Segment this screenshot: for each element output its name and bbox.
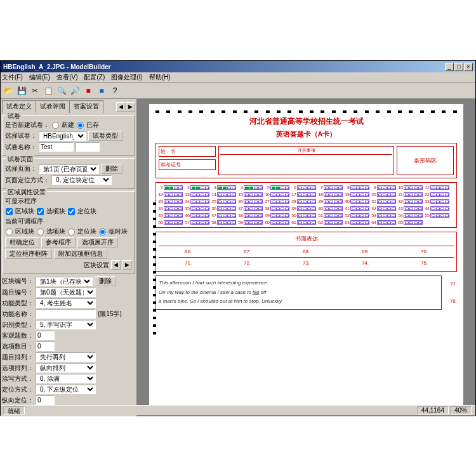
- menu-view[interactable]: 查看(V): [56, 73, 77, 82]
- window-buttons: _ □ ×: [445, 63, 473, 71]
- prop-select-4[interactable]: 5, 手写识字: [36, 320, 96, 329]
- essay-text-box: This afternoon I had such interesting ex…: [155, 275, 442, 309]
- prop-label-6: 选项数目：: [2, 342, 34, 351]
- nav-left-icon[interactable]: ◀: [116, 102, 126, 112]
- tab-review[interactable]: 试卷评阅: [36, 100, 70, 113]
- tab-answer[interactable]: 答案设置: [69, 100, 103, 113]
- info-area: 姓 名 准考证号 注意事项 条形码区: [155, 143, 457, 178]
- group-zone-legend: 区域属性设置: [6, 188, 47, 197]
- prop-label-10: 定位方式：: [2, 385, 34, 394]
- group-zone: 区域属性设置 可显示框序 区域块 选项块 定位块 当前可调框序 区域块 选项块 …: [2, 191, 135, 274]
- expand-button[interactable]: 选项展开序: [77, 237, 118, 248]
- prop-label-4: 识别类型：: [2, 321, 34, 329]
- window-title: HBEnglish_A_2.JPG - ModelBuilder: [3, 63, 110, 70]
- prop-label-0: 区块编号：: [2, 277, 34, 286]
- check-locate[interactable]: [68, 208, 75, 215]
- block-right-icon[interactable]: ▶: [122, 260, 132, 270]
- status-ready: 就绪: [3, 406, 25, 414]
- prop-select-1[interactable]: 第0题（无效题）: [36, 288, 96, 297]
- color-icon[interactable]: ■: [82, 84, 95, 97]
- tab-define[interactable]: 试卷定义: [2, 100, 36, 113]
- radio-option[interactable]: [37, 228, 44, 235]
- answer-sheet: 河北省普通高等学校招生统一考试 英语答题卡（A卡） 姓 名 准考证号 注意事项 …: [149, 104, 463, 409]
- prop-select-0[interactable]: 第1块（已存块）: [36, 277, 93, 286]
- prop-select-7[interactable]: 先行再列: [36, 352, 96, 362]
- help-icon[interactable]: ?: [109, 84, 121, 97]
- adj-frame-label: 当前可调框序: [5, 217, 43, 226]
- menu-edit[interactable]: 编辑(E): [29, 73, 50, 82]
- title-bar: HBEnglish_A_2.JPG - ModelBuilder _ □ ×: [1, 61, 475, 72]
- exam-name-input2[interactable]: [76, 142, 100, 152]
- status-coord: 44,1164: [417, 406, 449, 414]
- preview-pane[interactable]: 河北省普通高等学校招生统一考试 英语答题卡（A卡） 姓 名 准考证号 注意事项 …: [137, 99, 475, 416]
- cut-icon[interactable]: ✂: [29, 84, 41, 97]
- menu-file[interactable]: 文件(F): [2, 73, 23, 82]
- group-exam-legend: 试卷: [6, 112, 22, 121]
- tool-icon[interactable]: ■: [95, 84, 108, 97]
- menu-image[interactable]: 图像处理(I): [111, 73, 142, 82]
- radio-zone[interactable]: [6, 228, 13, 235]
- select-page-loc[interactable]: 0, 定位块定位: [51, 175, 112, 185]
- menu-bar: 文件(F) 编辑(E) 查看(V) 配置(Z) 图像处理(I) 帮助(H): [1, 72, 475, 83]
- notice-box: 注意事项: [218, 146, 394, 175]
- prop-label-5: 客观题数：: [2, 331, 34, 340]
- radio-temp[interactable]: [99, 228, 106, 235]
- select-page-label: 选择页面：: [5, 164, 37, 173]
- essay-section: 书面表达 66.67.68.69.70. 71.72.73.74.75.: [155, 232, 457, 272]
- exam-name-label: 试卷名称：: [5, 143, 37, 152]
- menu-config[interactable]: 配置(Z): [84, 73, 105, 82]
- zoom-in-icon[interactable]: 🔍: [55, 84, 68, 97]
- status-bar: 就绪 44,1164 40%: [1, 405, 475, 415]
- id-field: 准考证号: [159, 159, 216, 170]
- sheet-title: 河北省普通高等学校招生统一考试: [155, 116, 457, 127]
- prop-select-9[interactable]: 0, 涂满: [36, 374, 96, 383]
- exam-type-button[interactable]: 试卷类型: [88, 131, 122, 141]
- radio-exist[interactable]: [77, 122, 84, 129]
- precise-button[interactable]: 精确定位: [5, 237, 39, 248]
- prop-btn-0[interactable]: 删除: [95, 276, 116, 286]
- copy-icon[interactable]: 📋: [42, 84, 55, 97]
- close-button[interactable]: ×: [464, 63, 473, 71]
- prop-input-11[interactable]: [36, 395, 55, 405]
- extra-option-button[interactable]: 附加选项框信息: [54, 249, 107, 259]
- select-exam[interactable]: HBEnglish_A: [39, 131, 86, 141]
- status-zoom: 40%: [450, 406, 472, 414]
- locate-array-button[interactable]: 定位框序框阵: [5, 249, 52, 259]
- select-exam-label: 选择试卷：: [5, 131, 37, 140]
- check-option[interactable]: [37, 208, 44, 215]
- zoom-out-icon[interactable]: 🔎: [69, 84, 81, 97]
- block-set-label: 区块设置: [84, 261, 109, 270]
- prop-label-7: 题目排列：: [2, 353, 34, 362]
- new-exam-label: 是否新建试卷：: [5, 121, 50, 129]
- prop-input-5[interactable]: [36, 331, 55, 340]
- group-page: 试卷页面 选择页面： 第1页 (已存页面) 删除 页面定位方式： 0, 定位块定…: [2, 158, 135, 189]
- sidebar-tabs: 试卷定义 试卷评阅 答案设置: [2, 100, 103, 113]
- minimize-button[interactable]: _: [445, 63, 454, 71]
- nav-right-icon[interactable]: ▶: [126, 102, 135, 112]
- bubble-section: 1234567891011121314151617181920212223242…: [155, 182, 457, 228]
- block-left-icon[interactable]: ◀: [111, 260, 121, 270]
- toolbar: 📂 💾 ✂ 📋 🔍 🔎 ■ ■ ?: [1, 83, 475, 99]
- sheet-subtitle: 英语答题卡（A卡）: [155, 129, 457, 139]
- select-page[interactable]: 第1页 (已存页面): [39, 164, 99, 174]
- prop-select-10[interactable]: 0, 下左纵定位: [36, 385, 96, 394]
- maximize-button[interactable]: □: [454, 63, 463, 71]
- prop-select-2[interactable]: 4, 考生姓名: [36, 298, 96, 308]
- prop-input-3[interactable]: [36, 309, 96, 319]
- delete-page-button[interactable]: 删除: [101, 164, 122, 174]
- save-icon[interactable]: 💾: [15, 84, 28, 97]
- check-zone[interactable]: [6, 208, 13, 215]
- sidebar: 试卷定义 试卷评阅 答案设置 ◀ ▶ 试卷 是否新建试卷： 新建 已存 选择试卷…: [1, 99, 137, 416]
- exam-name-input[interactable]: [39, 142, 74, 152]
- name-field: 姓 名: [159, 146, 216, 157]
- page-loc-label: 页面定位方式：: [5, 176, 50, 185]
- prop-select-8[interactable]: 纵向排列: [36, 363, 96, 373]
- prop-input-6[interactable]: [36, 341, 55, 351]
- radio-locate[interactable]: [68, 228, 75, 235]
- ref-frame-button[interactable]: 参考框序: [41, 237, 76, 248]
- group-page-legend: 试卷页面: [6, 155, 34, 164]
- radio-new[interactable]: [52, 122, 59, 129]
- menu-help[interactable]: 帮助(H): [149, 73, 171, 82]
- open-icon[interactable]: 📂: [2, 84, 15, 97]
- prop-label-11: 纵向定位：: [2, 396, 34, 405]
